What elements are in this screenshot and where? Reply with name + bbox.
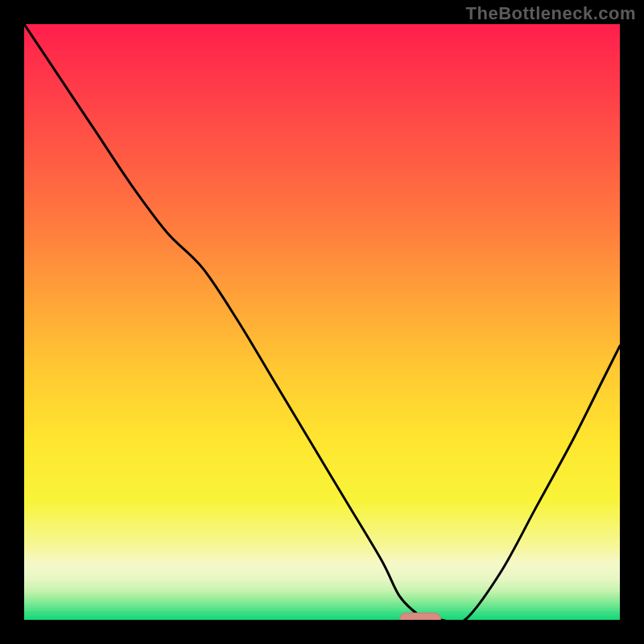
plot-area: [24, 24, 620, 620]
bottleneck-curve: [24, 24, 620, 620]
curve-layer: [24, 24, 620, 620]
watermark-text: TheBottleneck.com: [466, 3, 636, 24]
chart-frame: TheBottleneck.com: [0, 0, 644, 644]
optimal-marker: [399, 613, 441, 620]
